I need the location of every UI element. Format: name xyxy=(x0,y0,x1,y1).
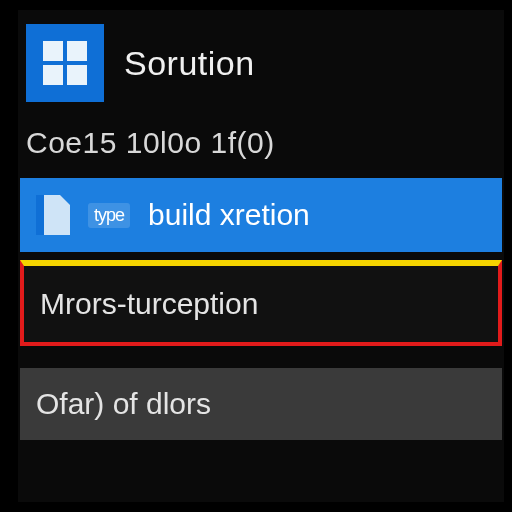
error-row[interactable]: Mrors-turception xyxy=(20,260,502,346)
status-line: Coe15 10l0o 1f(0) xyxy=(18,120,504,172)
panel-title: Sorution xyxy=(124,44,255,83)
windows-logo-icon xyxy=(26,24,104,102)
error-label: Mrors-turception xyxy=(40,287,482,321)
output-label: Ofar) of dlors xyxy=(36,387,486,421)
windows-logo-glyph xyxy=(43,41,87,85)
document-icon xyxy=(36,195,70,235)
build-label: build xretion xyxy=(148,198,486,232)
panel-header: Sorution xyxy=(18,10,504,120)
build-row[interactable]: type build xretion xyxy=(20,178,502,252)
solution-panel: Sorution Coe15 10l0o 1f(0) type build xr… xyxy=(18,10,504,502)
output-row[interactable]: Ofar) of dlors xyxy=(20,368,502,440)
build-badge: type xyxy=(88,203,130,228)
